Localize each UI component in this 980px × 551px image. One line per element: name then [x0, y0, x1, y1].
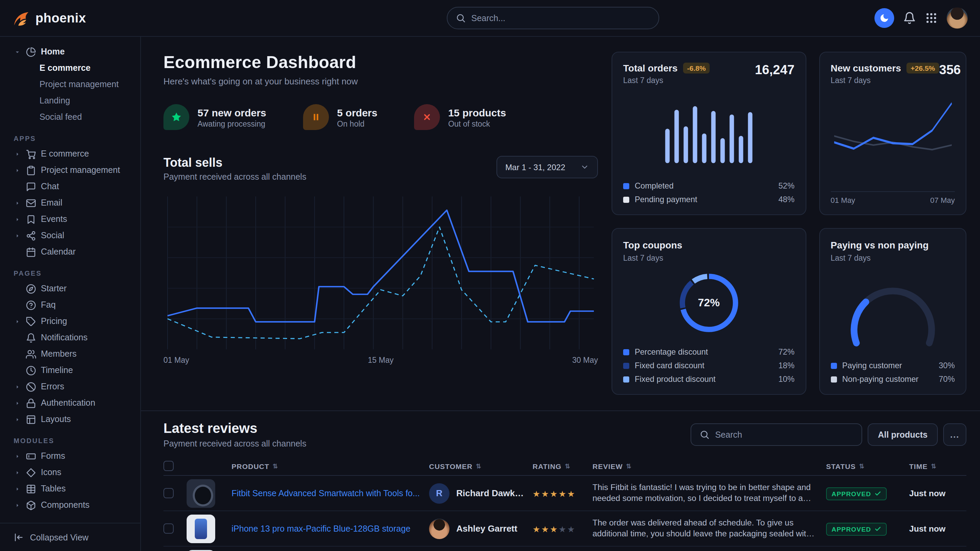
- more-options-button[interactable]: ...: [943, 423, 966, 446]
- sidebar-item[interactable]: Layouts: [0, 411, 140, 427]
- sidebar-item[interactable]: Members: [0, 346, 140, 362]
- x-tick: 01 May: [830, 196, 855, 204]
- customer-avatar[interactable]: [429, 518, 449, 539]
- x-tick: 15 May: [368, 356, 393, 364]
- sidebar-item-icon: [26, 467, 36, 478]
- card-period: Last 7 days: [623, 76, 710, 84]
- apps-grid-icon[interactable]: [925, 11, 938, 24]
- caret-right-icon: [14, 485, 21, 492]
- total-sells-subtitle: Payment received across all channels: [164, 172, 307, 182]
- caret-right-icon: [14, 399, 21, 407]
- sidebar-item[interactable]: Events: [0, 211, 140, 227]
- brand-name: phoenix: [35, 11, 86, 25]
- check-icon: [875, 526, 881, 532]
- theme-toggle-button[interactable]: [875, 8, 894, 28]
- sort-icon[interactable]: ⇅: [273, 462, 278, 469]
- sort-icon[interactable]: ⇅: [476, 462, 482, 469]
- reviews-controls: All products ...: [690, 423, 966, 446]
- sidebar-item[interactable]: Errors: [0, 378, 140, 395]
- sidebar-item-icon: [26, 398, 36, 408]
- date-range-select[interactable]: Mar 1 - 31, 2022: [496, 156, 598, 178]
- sidebar-item[interactable]: Components: [0, 497, 140, 513]
- total-orders-chart: [623, 84, 794, 181]
- sort-icon[interactable]: ⇅: [859, 462, 865, 469]
- stats-row: 57 new orders Awating processing 5 order…: [164, 104, 598, 130]
- sidebar-subitem[interactable]: E commerce: [0, 60, 140, 76]
- card-title: New customers: [830, 63, 901, 73]
- sidebar-item[interactable]: Faq: [0, 297, 140, 313]
- product-thumbnail[interactable]: [186, 479, 215, 507]
- sidebar-item[interactable]: Icons: [0, 464, 140, 481]
- collapsed-view-toggle[interactable]: Collapsed View: [0, 523, 140, 551]
- stat-value: 5 orders: [337, 106, 377, 118]
- top-coupons-card: Top coupons Last 7 days 72% Perc: [612, 228, 806, 395]
- card-title: Total orders: [623, 63, 678, 73]
- sidebar-item[interactable]: Notifications: [0, 329, 140, 346]
- legend-swatch: [830, 362, 837, 368]
- reviews-search-input[interactable]: [715, 430, 853, 439]
- legend-value: 72%: [778, 347, 794, 357]
- row-checkbox[interactable]: [164, 488, 173, 498]
- all-products-button[interactable]: All products: [868, 423, 938, 446]
- product-link[interactable]: Fitbit Sense Advanced Smartwatch with To…: [232, 488, 421, 498]
- sidebar-item[interactable]: Timeline: [0, 362, 140, 378]
- sidebar-item[interactable]: Authentication: [0, 395, 140, 411]
- sidebar-item[interactable]: Starter: [0, 280, 140, 297]
- caret-right-icon: [14, 232, 21, 239]
- caret-right-icon: [14, 468, 21, 476]
- card-period: Last 7 days: [830, 76, 939, 84]
- new-customers-card: New customers +26.5% Last 7 days 356 01 …: [819, 52, 966, 215]
- status-label: APPROVED: [832, 490, 871, 497]
- sidebar-item-icon: [26, 381, 36, 392]
- sidebar-item-icon: [26, 214, 36, 224]
- column-customer: CUSTOMER: [429, 462, 473, 470]
- sidebar-subitem[interactable]: Project management: [0, 76, 140, 92]
- legend-label: Paying customer: [842, 361, 939, 370]
- search-input[interactable]: [471, 13, 651, 23]
- brand[interactable]: phoenix: [0, 9, 86, 27]
- sidebar-item[interactable]: Pricing: [0, 313, 140, 329]
- card-title: Paying vs non paying: [830, 240, 929, 251]
- review-row: Fitbit Sense Advanced Smartwatch with To…: [164, 476, 966, 511]
- sidebar-item[interactable]: Calendar: [0, 244, 140, 260]
- column-product: PRODUCT: [232, 462, 269, 470]
- sidebar-item[interactable]: Tables: [0, 481, 140, 497]
- sidebar-item[interactable]: Chat: [0, 178, 140, 195]
- customer-name: Richard Dawkins: [456, 488, 524, 498]
- customer-avatar[interactable]: R: [429, 483, 449, 503]
- reviews-title: Latest reviews: [164, 421, 307, 436]
- product-thumbnail[interactable]: [186, 549, 215, 551]
- status-label: APPROVED: [832, 525, 871, 533]
- legend-label: Completed: [635, 181, 778, 191]
- sidebar-item[interactable]: Social: [0, 227, 140, 244]
- sidebar-item-label: Project management: [41, 165, 120, 175]
- sidebar-item[interactable]: Email: [0, 195, 140, 211]
- product-thumbnail[interactable]: [186, 514, 215, 543]
- sort-icon[interactable]: ⇅: [565, 462, 570, 469]
- row-checkbox[interactable]: [164, 524, 173, 534]
- product-link[interactable]: iPhone 13 pro max-Pacific Blue-128GB sto…: [232, 524, 421, 533]
- sidebar-item-icon: [26, 332, 36, 343]
- legend-swatch: [623, 349, 629, 355]
- sidebar-item-icon: [26, 284, 36, 294]
- sidebar-item-home[interactable]: Home: [0, 44, 140, 60]
- sidebar-subitem[interactable]: Landing: [0, 92, 140, 109]
- sidebar-item[interactable]: E commerce: [0, 146, 140, 162]
- legend-row: Completed 52%: [623, 181, 794, 191]
- sidebar-item[interactable]: Forms: [0, 448, 140, 464]
- sidebar-item-icon: [26, 414, 36, 424]
- profile-avatar[interactable]: [947, 8, 968, 29]
- sidebar-item-icon: [26, 316, 36, 326]
- trend-badge: +26.5%: [907, 63, 939, 73]
- column-rating: RATING: [533, 462, 562, 470]
- notifications-bell-icon[interactable]: [903, 11, 916, 24]
- sort-icon[interactable]: ⇅: [931, 462, 936, 469]
- legend-label: Fixed product discount: [635, 374, 778, 384]
- select-all-checkbox[interactable]: [164, 461, 173, 471]
- sort-icon[interactable]: ⇅: [626, 462, 632, 469]
- stat-item: 5 orders On hold: [303, 104, 377, 130]
- legend-swatch: [623, 183, 629, 189]
- sidebar-subitem[interactable]: Social feed: [0, 109, 140, 125]
- caret-down-icon: [14, 48, 21, 56]
- sidebar-item[interactable]: Project management: [0, 162, 140, 178]
